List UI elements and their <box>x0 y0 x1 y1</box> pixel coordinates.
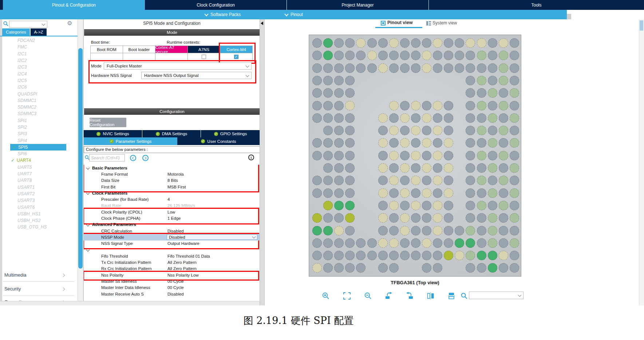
flip-vertical-icon[interactable] <box>447 292 455 300</box>
pin[interactable] <box>444 251 453 260</box>
pin[interactable] <box>411 138 420 148</box>
pin[interactable] <box>466 101 475 110</box>
sidebar-item-i2c4[interactable]: I2C4 <box>0 70 78 77</box>
pin[interactable] <box>444 101 453 110</box>
pin[interactable] <box>411 238 420 248</box>
pin[interactable] <box>334 113 344 123</box>
pin[interactable] <box>499 238 508 248</box>
pin[interactable] <box>312 176 322 185</box>
pin[interactable] <box>334 138 344 148</box>
pin[interactable] <box>312 63 322 73</box>
pin[interactable] <box>466 201 475 210</box>
pin[interactable] <box>488 251 497 260</box>
pin[interactable] <box>378 38 388 48</box>
tab-dma-settings[interactable]: ✓ DMA Settings <box>142 130 201 137</box>
pin[interactable] <box>334 76 344 85</box>
pin[interactable] <box>345 163 355 173</box>
sidebar-item-fdcan2[interactable]: FDCAN2 <box>0 37 78 44</box>
pin[interactable] <box>400 238 410 248</box>
pin[interactable] <box>334 63 344 73</box>
pin[interactable] <box>422 238 431 248</box>
pin[interactable] <box>488 88 497 98</box>
sidebar-item-i2c5[interactable]: I2C5 <box>0 77 78 84</box>
pin[interactable] <box>466 213 475 223</box>
param-row-crc-calculation[interactable]: CRC CalculationDisabled <box>84 228 260 234</box>
pin[interactable] <box>400 188 410 198</box>
pin[interactable] <box>345 63 355 73</box>
pin[interactable] <box>400 151 410 160</box>
pin[interactable] <box>345 113 355 123</box>
pin[interactable] <box>323 126 333 135</box>
pin[interactable] <box>400 201 410 210</box>
pin[interactable] <box>411 163 420 173</box>
pin[interactable] <box>477 63 486 73</box>
pin[interactable] <box>488 226 497 235</box>
param-row-frame-format[interactable]: Frame FormatMotorola <box>84 171 260 177</box>
pin[interactable] <box>389 163 399 173</box>
pin[interactable] <box>323 151 333 160</box>
pin[interactable] <box>345 238 355 248</box>
pin[interactable] <box>422 51 431 60</box>
pin[interactable] <box>466 126 475 135</box>
tab-categories[interactable]: Categories <box>2 28 30 36</box>
pin[interactable] <box>345 251 355 260</box>
pin[interactable] <box>323 213 333 223</box>
pin[interactable] <box>477 226 486 235</box>
pin[interactable] <box>510 188 519 198</box>
pin[interactable] <box>433 238 442 248</box>
pin[interactable] <box>345 76 355 85</box>
pin[interactable] <box>400 138 410 148</box>
pin[interactable] <box>422 101 431 110</box>
pin[interactable] <box>477 101 486 110</box>
pin[interactable] <box>422 63 431 73</box>
pin[interactable] <box>411 113 420 123</box>
pin[interactable] <box>433 101 442 110</box>
param-row-nssp-mode[interactable]: NSSP ModeDisabled <box>84 234 260 240</box>
param-row-master-inter-data-idleness[interactable]: Master Inter Data Idleness00 Cycle <box>84 285 260 291</box>
param-row-baud-rate[interactable]: Baud Rate26.125 MBits/s <box>84 203 260 209</box>
pin[interactable] <box>367 63 377 73</box>
sidebar-item-spi1[interactable]: SPI1 <box>0 117 78 124</box>
pin[interactable] <box>499 38 508 48</box>
pin[interactable] <box>334 188 344 198</box>
pin[interactable] <box>433 51 442 60</box>
search-icon[interactable] <box>461 293 467 299</box>
pin[interactable] <box>444 188 453 198</box>
pin[interactable] <box>433 126 442 135</box>
rotate-cw-icon[interactable] <box>385 292 393 300</box>
param-group-group[interactable] <box>84 247 260 253</box>
pin[interactable] <box>477 188 486 198</box>
pin[interactable] <box>356 51 366 60</box>
pin[interactable] <box>422 113 431 123</box>
pin[interactable] <box>477 201 486 210</box>
pin[interactable] <box>477 88 486 98</box>
tab-system-view[interactable]: System view <box>432 20 457 26</box>
pin[interactable] <box>389 126 399 135</box>
pin[interactable] <box>499 263 508 273</box>
pin[interactable] <box>444 213 453 223</box>
pin[interactable] <box>444 113 453 123</box>
pin[interactable] <box>411 213 420 223</box>
pin[interactable] <box>466 251 475 260</box>
param-row-rx-crc-initialization-pattern[interactable]: Rx Crc Initialization PatternAll Zero Pa… <box>84 266 260 272</box>
sidebar-item-i2c3[interactable]: I2C3 <box>0 64 78 70</box>
pin[interactable] <box>433 113 442 123</box>
pin[interactable] <box>400 38 410 48</box>
pin[interactable] <box>433 38 442 48</box>
pin[interactable] <box>444 126 453 135</box>
param-row-prescaler-for-baud-rate-[interactable]: Prescaler (for Baud Rate)4 <box>84 196 260 202</box>
pin[interactable] <box>433 201 442 210</box>
sidebar-item-i2c1[interactable]: I2C1 <box>0 51 78 57</box>
pin[interactable] <box>466 176 475 185</box>
param-row-first-bit[interactable]: First BitMSB First <box>84 184 260 190</box>
pin[interactable] <box>510 176 519 185</box>
pin[interactable] <box>389 251 399 260</box>
tab-tools[interactable]: Tools <box>429 0 644 10</box>
pin[interactable] <box>433 213 442 223</box>
pin[interactable] <box>312 38 322 48</box>
horizontal-scrollbar-track[interactable] <box>0 301 260 305</box>
peripheral-search-select[interactable] <box>9 21 47 28</box>
sidebar-item-uart8[interactable]: UART8 <box>0 177 78 184</box>
sidebar-item-usart1[interactable]: USART1 <box>0 184 78 191</box>
pin[interactable] <box>378 213 388 223</box>
